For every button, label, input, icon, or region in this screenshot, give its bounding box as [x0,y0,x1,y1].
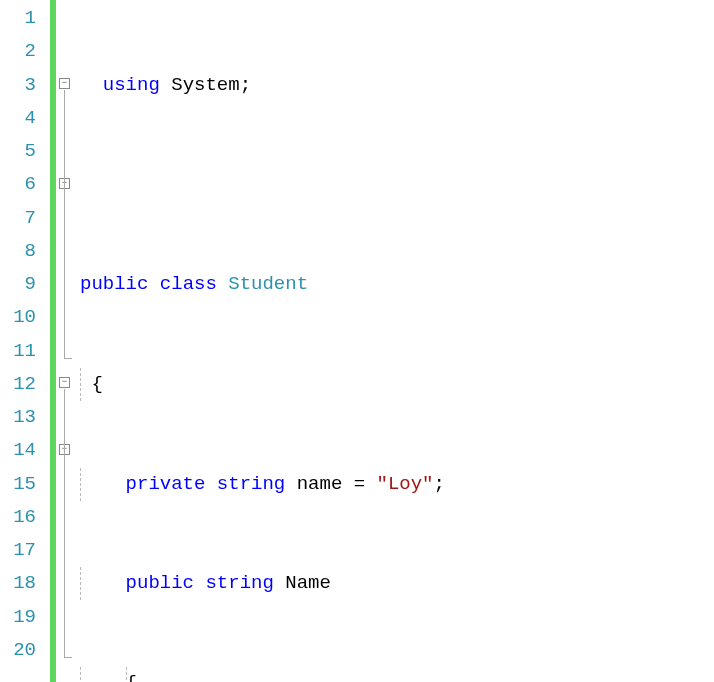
line-number: 16 [10,501,36,534]
code-folding-gutter: − − − − [56,0,76,682]
fold-toggle-icon[interactable]: − [59,377,70,388]
code-line: using System; [80,69,559,102]
code-line: { [80,368,559,401]
line-number: 18 [10,567,36,600]
line-number: 1 [10,2,36,35]
fold-toggle-icon[interactable]: − [59,78,70,89]
line-number: 20 [10,634,36,667]
keyword: string [205,572,273,594]
line-number: 8 [10,235,36,268]
code-line: public class Student [80,268,559,301]
string-literal: "Loy" [377,473,434,495]
line-number: 19 [10,601,36,634]
line-number-gutter: 1 2 3 4 5 6 7 8 9 10 11 12 13 14 15 16 1… [0,0,50,682]
line-number: 6 [10,168,36,201]
line-number: 3 [10,69,36,102]
code-editor-content[interactable]: using System; public class Student { pri… [76,0,559,682]
fold-guide-line [64,90,65,358]
code-line: private string name = "Loy"; [80,468,559,501]
line-number: 13 [10,401,36,434]
identifier: Name [285,572,331,594]
code-line: { [80,667,559,682]
keyword: using [103,74,160,96]
keyword: public [126,572,194,594]
line-number: 2 [10,35,36,68]
keyword: string [217,473,285,495]
keyword: private [126,473,206,495]
code-line [80,168,559,201]
line-number: 10 [10,301,36,334]
fold-guide-end [64,358,72,359]
identifier: System [171,74,239,96]
fold-guide-line [64,389,65,657]
code-line: public string Name [80,567,559,600]
keyword: class [160,273,217,295]
fold-guide-end [64,657,72,658]
identifier: name [297,473,343,495]
line-number: 15 [10,468,36,501]
line-number: 4 [10,102,36,135]
line-number: 17 [10,534,36,567]
line-number: 12 [10,368,36,401]
line-number: 9 [10,268,36,301]
type-name: Student [228,273,308,295]
line-number: 14 [10,434,36,467]
line-number: 5 [10,135,36,168]
keyword: public [80,273,148,295]
line-number: 7 [10,202,36,235]
line-number: 11 [10,335,36,368]
